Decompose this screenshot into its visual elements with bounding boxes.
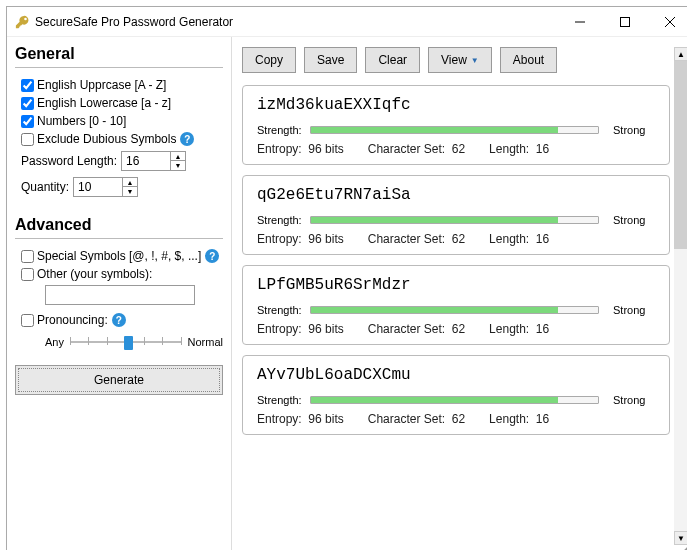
entropy-text: Entropy: 96 bits xyxy=(257,322,344,336)
length-down-button[interactable]: ▼ xyxy=(171,161,185,170)
entropy-text: Entropy: 96 bits xyxy=(257,142,344,156)
password-text: qG2e6Etu7RN7aiSa xyxy=(257,186,655,204)
slider-right-label: Normal xyxy=(188,336,223,348)
other-symbols-input[interactable] xyxy=(45,285,195,305)
scroll-up-button[interactable]: ▲ xyxy=(674,47,687,61)
charset-text: Character Set: 62 xyxy=(368,412,465,426)
other-checkbox[interactable] xyxy=(21,268,34,281)
lowercase-checkbox[interactable] xyxy=(21,97,34,110)
special-checkbox[interactable] xyxy=(21,250,34,263)
help-icon[interactable]: ? xyxy=(180,132,194,146)
result-card: AYv7UbL6oaDCXCmuStrength:StrongEntropy: … xyxy=(242,355,670,435)
save-button[interactable]: Save xyxy=(304,47,357,73)
length-text: Length: 16 xyxy=(489,412,549,426)
special-label: Special Symbols [@, !, #, $, ...] xyxy=(37,249,201,263)
length-text: Length: 16 xyxy=(489,322,549,336)
entropy-text: Entropy: 96 bits xyxy=(257,412,344,426)
view-button[interactable]: View▼ xyxy=(428,47,492,73)
titlebar: SecureSafe Pro Password Generator xyxy=(7,7,687,37)
window-title: SecureSafe Pro Password Generator xyxy=(35,15,557,29)
about-button[interactable]: About xyxy=(500,47,557,73)
strength-bar xyxy=(310,396,599,404)
numbers-label: Numbers [0 - 10] xyxy=(37,114,126,128)
options-panel: General English Upprcase [A - Z] English… xyxy=(7,37,232,550)
advanced-heading: Advanced xyxy=(15,214,223,239)
pronouncing-checkbox[interactable] xyxy=(21,314,34,327)
password-text: izMd36kuaEXXIqfc xyxy=(257,96,655,114)
maximize-icon xyxy=(620,17,630,27)
result-card: izMd36kuaEXXIqfcStrength:StrongEntropy: … xyxy=(242,85,670,165)
close-button[interactable] xyxy=(647,7,687,36)
slider-left-label: Any xyxy=(45,336,64,348)
resize-grip-icon[interactable]: ◢ xyxy=(682,542,687,550)
length-up-button[interactable]: ▲ xyxy=(171,152,185,161)
app-key-icon xyxy=(15,15,29,29)
help-icon[interactable]: ? xyxy=(205,249,219,263)
quantity-input[interactable] xyxy=(74,178,122,196)
strength-label: Strength: xyxy=(257,304,302,316)
length-spinner: ▲ ▼ xyxy=(121,151,186,171)
chevron-down-icon: ▼ xyxy=(471,56,479,65)
length-input[interactable] xyxy=(122,152,170,170)
pronouncing-slider[interactable] xyxy=(70,333,182,351)
entropy-text: Entropy: 96 bits xyxy=(257,232,344,246)
numbers-checkbox[interactable] xyxy=(21,115,34,128)
password-text: AYv7UbL6oaDCXCmu xyxy=(257,366,655,384)
maximize-button[interactable] xyxy=(602,7,647,36)
quantity-up-button[interactable]: ▲ xyxy=(123,178,137,187)
exclude-label: Exclude Dubious Symbols xyxy=(37,132,176,146)
minimize-icon xyxy=(575,17,585,27)
strength-bar xyxy=(310,216,599,224)
result-card: LPfGMB5uR6SrMdzrStrength:StrongEntropy: … xyxy=(242,265,670,345)
uppercase-checkbox[interactable] xyxy=(21,79,34,92)
exclude-checkbox[interactable] xyxy=(21,133,34,146)
result-card: qG2e6Etu7RN7aiSaStrength:StrongEntropy: … xyxy=(242,175,670,255)
close-icon xyxy=(665,17,675,27)
strength-label: Strength: xyxy=(257,214,302,226)
charset-text: Character Set: 62 xyxy=(368,322,465,336)
svg-rect-1 xyxy=(620,17,629,26)
app-window: SecureSafe Pro Password Generator Genera… xyxy=(6,6,687,550)
results-panel: Copy Save Clear View▼ About izMd36kuaEXX… xyxy=(232,37,687,550)
minimize-button[interactable] xyxy=(557,7,602,36)
scrollbar[interactable]: ▲ ▼ xyxy=(674,47,687,545)
quantity-spinner: ▲ ▼ xyxy=(73,177,138,197)
slider-thumb[interactable] xyxy=(124,336,133,350)
strength-bar xyxy=(310,306,599,314)
length-text: Length: 16 xyxy=(489,232,549,246)
generate-button[interactable]: Generate xyxy=(15,365,223,395)
results-list: izMd36kuaEXXIqfcStrength:StrongEntropy: … xyxy=(242,85,687,545)
copy-button[interactable]: Copy xyxy=(242,47,296,73)
strength-label: Strength: xyxy=(257,124,302,136)
length-label: Password Length: xyxy=(21,154,117,168)
scroll-thumb[interactable] xyxy=(674,61,687,249)
toolbar: Copy Save Clear View▼ About xyxy=(242,47,687,73)
uppercase-label: English Upprcase [A - Z] xyxy=(37,78,166,92)
general-heading: General xyxy=(15,43,223,68)
lowercase-label: English Lowercase [a - z] xyxy=(37,96,171,110)
strength-value: Strong xyxy=(613,124,655,136)
strength-value: Strong xyxy=(613,214,655,226)
quantity-label: Quantity: xyxy=(21,180,69,194)
clear-button[interactable]: Clear xyxy=(365,47,420,73)
charset-text: Character Set: 62 xyxy=(368,142,465,156)
strength-value: Strong xyxy=(613,394,655,406)
length-text: Length: 16 xyxy=(489,142,549,156)
pronouncing-label: Pronouncing: xyxy=(37,313,108,327)
strength-label: Strength: xyxy=(257,394,302,406)
password-text: LPfGMB5uR6SrMdzr xyxy=(257,276,655,294)
strength-value: Strong xyxy=(613,304,655,316)
other-label: Other (your symbols): xyxy=(37,267,152,281)
quantity-down-button[interactable]: ▼ xyxy=(123,187,137,196)
charset-text: Character Set: 62 xyxy=(368,232,465,246)
help-icon[interactable]: ? xyxy=(112,313,126,327)
strength-bar xyxy=(310,126,599,134)
